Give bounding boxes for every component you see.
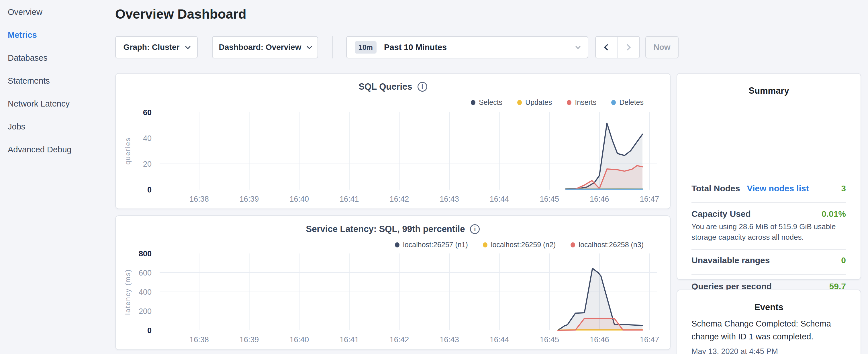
total-nodes-row: Total Nodes View nodes list 3: [691, 184, 846, 193]
service-latency-chart[interactable]: 16:3816:3916:4016:4116:4216:4316:4416:45…: [116, 216, 671, 351]
unavailable-ranges-row: Unavailable ranges 0: [691, 255, 846, 265]
svg-text:16:45: 16:45: [539, 335, 559, 344]
svg-text:16:46: 16:46: [590, 335, 609, 344]
service-latency-chart-card: Service Latency: SQL, 99th percentile i …: [115, 215, 671, 350]
time-pager: [595, 36, 640, 58]
divider: [691, 202, 846, 203]
svg-text:60: 60: [143, 108, 152, 117]
now-button[interactable]: Now: [645, 36, 679, 58]
capacity-value: 0.01%: [822, 209, 846, 219]
svg-text:16:47: 16:47: [640, 335, 659, 344]
summary-panel: Summary Total Nodes View nodes list 3 Ca…: [677, 73, 861, 280]
svg-text:16:45: 16:45: [539, 195, 559, 203]
svg-text:16:41: 16:41: [340, 335, 359, 344]
chevron-left-icon: [604, 44, 611, 51]
event-timestamp: May 13, 2020 at 4:45 PM: [691, 347, 854, 354]
svg-text:queries: queries: [124, 137, 131, 165]
time-back-button[interactable]: [596, 37, 618, 58]
svg-text:16:41: 16:41: [340, 195, 359, 203]
graph-dropdown-label: Graph: Cluster: [123, 43, 179, 52]
svg-text:0: 0: [147, 326, 152, 335]
svg-text:16:39: 16:39: [240, 335, 259, 344]
sidebar-item-jobs[interactable]: Jobs: [8, 122, 115, 132]
capacity-row: Capacity Used 0.01%: [691, 209, 846, 219]
svg-text:800: 800: [139, 250, 152, 258]
capacity-label: Capacity Used: [691, 209, 751, 219]
summary-heading: Summary: [677, 86, 861, 96]
svg-text:600: 600: [139, 269, 152, 277]
svg-text:200: 200: [139, 307, 152, 316]
sidebar-item-advanced-debug[interactable]: Advanced Debug: [8, 144, 115, 155]
sidebar-item-overview[interactable]: Overview: [8, 7, 115, 17]
svg-text:latency (ms): latency (ms): [124, 269, 131, 315]
events-panel: Events Schema Change Completed: Schema c…: [677, 290, 861, 354]
svg-text:16:47: 16:47: [640, 195, 659, 203]
event-message: Schema Change Completed: Schema change w…: [691, 317, 854, 343]
capacity-description: You are using 28.6 MiB of 515.9 GiB usab…: [691, 221, 854, 243]
svg-text:16:40: 16:40: [289, 335, 309, 344]
time-window-label: Past 10 Minutes: [384, 43, 447, 52]
view-nodes-list-link[interactable]: View nodes list: [747, 184, 809, 193]
sidebar-item-statements[interactable]: Statements: [8, 75, 115, 86]
svg-text:16:42: 16:42: [390, 335, 409, 344]
total-nodes-label: Total Nodes: [691, 184, 740, 193]
svg-text:16:44: 16:44: [490, 195, 509, 203]
svg-text:16:43: 16:43: [440, 335, 459, 344]
chevron-right-icon: [624, 44, 631, 51]
time-forward-button[interactable]: [618, 37, 639, 58]
svg-text:0: 0: [147, 186, 152, 194]
chevron-down-icon: [307, 44, 312, 49]
sql-queries-chart[interactable]: 16:3816:3916:4016:4116:4216:4316:4416:45…: [116, 74, 671, 210]
event-item[interactable]: Schema Change Completed: Schema change w…: [691, 317, 854, 354]
dashboard-dropdown-label: Dashboard: Overview: [219, 43, 302, 52]
controls-divider: [333, 36, 333, 58]
svg-text:16:43: 16:43: [440, 195, 459, 203]
svg-text:16:44: 16:44: [490, 335, 509, 344]
svg-text:40: 40: [143, 134, 152, 142]
page-title: Overview Dashboard: [115, 6, 246, 22]
divider: [691, 274, 846, 275]
sidebar-nav: OverviewMetricsDatabasesStatementsNetwor…: [0, 0, 115, 354]
divider: [691, 249, 846, 250]
svg-text:16:46: 16:46: [590, 195, 609, 203]
time-window-badge: 10m: [355, 41, 376, 54]
svg-text:400: 400: [139, 288, 152, 296]
admin-ui-root: OverviewMetricsDatabasesStatementsNetwor…: [0, 0, 868, 354]
svg-text:16:40: 16:40: [289, 195, 309, 203]
chevron-down-icon: [185, 44, 190, 49]
total-nodes-value: 3: [841, 184, 846, 193]
svg-text:20: 20: [143, 160, 152, 168]
now-button-label: Now: [653, 43, 670, 52]
sql-queries-chart-card: SQL Queries i SelectsUpdatesInsertsDelet…: [115, 73, 671, 209]
time-range-selector[interactable]: 10m Past 10 Minutes: [346, 36, 588, 58]
graph-dropdown[interactable]: Graph: Cluster: [115, 36, 198, 58]
events-heading: Events: [677, 302, 861, 313]
dashboard-dropdown[interactable]: Dashboard: Overview: [212, 36, 318, 58]
svg-text:16:38: 16:38: [189, 335, 209, 344]
svg-text:16:38: 16:38: [189, 195, 209, 203]
sidebar-item-network-latency[interactable]: Network Latency: [8, 99, 115, 109]
sidebar-item-metrics[interactable]: Metrics: [8, 30, 115, 40]
unavailable-ranges-label: Unavailable ranges: [691, 255, 770, 265]
unavailable-ranges-value: 0: [841, 255, 846, 265]
svg-text:16:42: 16:42: [390, 195, 409, 203]
svg-text:16:39: 16:39: [240, 195, 259, 203]
chevron-down-icon: [576, 44, 581, 49]
sidebar-item-databases[interactable]: Databases: [8, 53, 115, 63]
